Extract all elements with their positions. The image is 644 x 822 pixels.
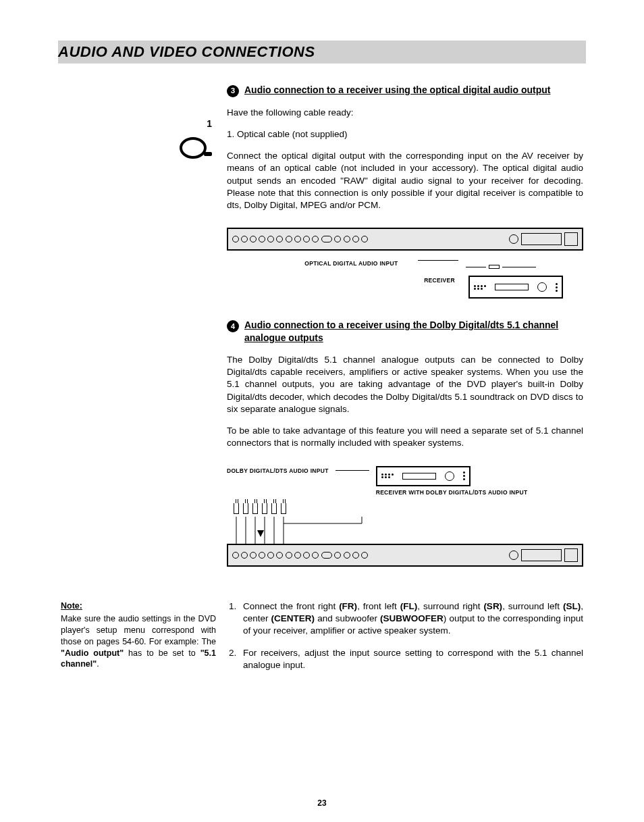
svg-point-0: [181, 138, 205, 157]
optical-input-label: OPTICAL DIGITAL AUDIO INPUT: [227, 260, 398, 267]
section-3-intro: Have the following cable ready:: [227, 107, 583, 119]
page-title: AUDIO AND VIDEO CONNECTIONS: [58, 42, 586, 62]
note-title: Note:: [61, 600, 216, 612]
dolby-input-label: DOLBY DIGITAL/DTS AUDIO INPUT: [227, 467, 329, 475]
optical-cable-icon: [61, 134, 216, 165]
step-1: Connect the front right (FR), front left…: [239, 600, 583, 638]
section-3: 1 3 Audio connection to a receiver using…: [61, 84, 583, 587]
section-4-title: Audio connection to a receiver using the…: [244, 319, 583, 344]
svg-marker-10: [257, 530, 264, 537]
section-4-p1: The Dolby Digital/dts 5.1 channel analog…: [227, 354, 583, 415]
dolby-receiver-label: RECEIVER WITH DOLBY DIGITAL/DTS AUDIO IN…: [376, 489, 528, 496]
section-3-title: Audio connection to a receiver using the…: [244, 84, 550, 97]
page-header: AUDIO AND VIDEO CONNECTIONS: [58, 41, 586, 63]
section-3-paragraph: Connect the optical digital output with …: [227, 150, 583, 211]
note-body: Make sure the audio settings in the DVD …: [61, 613, 216, 670]
section-4-p2: To be able to take advantage of this fea…: [227, 425, 583, 449]
dolby-receiver-device-icon: [376, 466, 471, 486]
step-2: For receivers, adjust the input source s…: [239, 647, 583, 671]
section-4-heading: 4 Audio connection to a receiver using t…: [227, 319, 583, 344]
receiver-device-icon: [468, 276, 563, 299]
section-3-cable-item: 1. Optical cable (not supplied): [227, 128, 583, 140]
receiver-label: RECEIVER: [424, 277, 455, 284]
dvd-rear-panel-2: [227, 544, 583, 567]
rca-plugs-icon: [234, 503, 286, 514]
dvd-rear-panel: [227, 228, 583, 251]
bullet-number-3: 3: [227, 85, 239, 97]
cable-number-label: 1: [61, 118, 216, 130]
main-column: 3 Audio connection to a receiver using t…: [227, 84, 583, 587]
note-column: Note: Make sure the audio settings in th…: [61, 600, 216, 681]
section-4-diagram: DOLBY DIGITAL/DTS AUDIO INPUT RECEIVER W…: [227, 466, 583, 567]
section-3-body: Have the following cable ready: 1. Optic…: [227, 107, 583, 212]
svg-rect-1: [204, 152, 212, 156]
side-column: 1: [61, 84, 216, 587]
bullet-number-4: 4: [227, 320, 239, 332]
steps-list: Connect the front right (FR), front left…: [227, 600, 583, 671]
section-3-heading: 3 Audio connection to a receiver using t…: [227, 84, 583, 97]
bottom-row: Note: Make sure the audio settings in th…: [61, 600, 583, 681]
steps-column: Connect the front right (FR), front left…: [227, 600, 583, 681]
section-3-diagram: OPTICAL DIGITAL AUDIO INPUT RECEIVER: [227, 228, 583, 299]
section-4-body: The Dolby Digital/dts 5.1 channel analog…: [227, 354, 583, 450]
page-number: 23: [317, 798, 326, 808]
